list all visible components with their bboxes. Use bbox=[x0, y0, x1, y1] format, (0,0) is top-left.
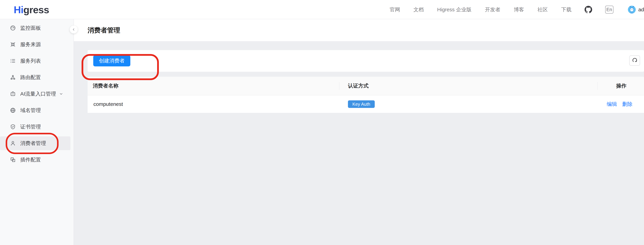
top-header: Higress 官网 文档 Higress 企业版 开发者 博客 社区 下载 E… bbox=[0, 0, 644, 19]
nav-link-developers[interactable]: 开发者 bbox=[485, 6, 500, 13]
toolbar-card: 创建消费者 bbox=[88, 50, 644, 72]
sidebar-item-cert-management[interactable]: 证书管理 bbox=[0, 120, 70, 134]
sidebar-item-route-config[interactable]: 路由配置 bbox=[0, 70, 70, 84]
user-icon bbox=[10, 140, 16, 146]
sidebar: 监控面板 服务来源 服务列表 路由配置 AI流量入口管理 bbox=[0, 19, 74, 245]
sidebar-item-consumer-management[interactable]: 消费者管理 bbox=[0, 136, 70, 150]
blocks-icon bbox=[10, 157, 16, 163]
github-icon[interactable] bbox=[584, 6, 592, 13]
nav-link-blog[interactable]: 博客 bbox=[514, 6, 524, 13]
sidebar-item-dashboard[interactable]: 监控面板 bbox=[0, 21, 70, 35]
sidebar-item-service-sources[interactable]: 服务来源 bbox=[0, 37, 70, 51]
sidebar-item-plugin-config[interactable]: 插件配置 bbox=[0, 153, 70, 167]
sidebar-item-service-list[interactable]: 服务列表 bbox=[0, 54, 70, 68]
sidebar-item-domain-management[interactable]: 域名管理 bbox=[0, 103, 70, 117]
higress-console: Higress 官网 文档 Higress 企业版 开发者 博客 社区 下载 E… bbox=[0, 0, 644, 245]
brand-logo-i: i bbox=[21, 4, 23, 15]
cell-actions: 编辑 删除 bbox=[597, 95, 644, 113]
shield-check-icon bbox=[10, 124, 16, 130]
mascot-avatar-icon bbox=[628, 6, 636, 13]
user-avatar[interactable] bbox=[628, 6, 636, 13]
delete-link[interactable]: 删除 bbox=[622, 101, 632, 108]
top-nav: 官网 文档 Higress 企业版 开发者 博客 社区 下载 En bbox=[390, 0, 644, 19]
refresh-icon bbox=[632, 58, 638, 63]
sidebar-collapse-button[interactable] bbox=[70, 25, 78, 33]
refresh-button[interactable] bbox=[629, 55, 640, 66]
brand-logo-rest: gress bbox=[23, 4, 49, 15]
sidebar-item-ai-traffic[interactable]: AI流量入口管理 bbox=[0, 87, 70, 101]
shrink-icon bbox=[10, 41, 16, 47]
brand-logo-h: H bbox=[14, 4, 21, 15]
route-nodes-icon bbox=[10, 74, 16, 80]
sidebar-item-label: AI流量入口管理 bbox=[20, 90, 56, 97]
nav-link-enterprise[interactable]: Higress 企业版 bbox=[437, 6, 472, 13]
sidebar-item-label: 域名管理 bbox=[20, 107, 41, 114]
column-header-actions: 操作 bbox=[597, 77, 644, 95]
sidebar-item-label: 监控面板 bbox=[20, 24, 41, 31]
list-icon bbox=[10, 58, 16, 64]
table-row: computenest Key Auth 编辑 删除 bbox=[88, 95, 644, 113]
sidebar-item-label: 路由配置 bbox=[20, 74, 41, 81]
sidebar-item-label: 消费者管理 bbox=[20, 140, 46, 147]
sidebar-item-label: 证书管理 bbox=[20, 123, 41, 130]
brand-logo[interactable]: Higress bbox=[14, 0, 49, 19]
dashboard-icon bbox=[10, 25, 16, 31]
sidebar-item-label: 服务列表 bbox=[20, 57, 41, 64]
nav-link-download[interactable]: 下载 bbox=[561, 6, 572, 13]
page-title-band: 消费者管理 bbox=[74, 19, 644, 41]
user-name[interactable]: ad bbox=[638, 7, 644, 12]
robot-icon bbox=[10, 91, 16, 97]
chevron-left-icon bbox=[72, 27, 76, 32]
cell-auth-method: Key Auth bbox=[339, 95, 597, 113]
create-consumer-button[interactable]: 创建消费者 bbox=[93, 55, 130, 66]
nav-link-docs[interactable]: 文档 bbox=[414, 6, 424, 13]
sidebar-item-label: 服务来源 bbox=[20, 41, 41, 48]
consumers-table: 消费者名称 认证方式 操作 computenest Key Auth 编辑 删除 bbox=[88, 77, 644, 113]
main-content: 消费者管理 创建消费者 消费者名称 认证方式 操作 computenest Ke… bbox=[74, 19, 644, 245]
nav-link-community[interactable]: 社区 bbox=[538, 6, 548, 13]
chevron-down-icon bbox=[59, 91, 64, 96]
language-toggle[interactable]: En bbox=[605, 6, 614, 13]
column-header-consumer-name: 消费者名称 bbox=[88, 77, 339, 95]
edit-link[interactable]: 编辑 bbox=[607, 101, 617, 108]
sidebar-item-label: 插件配置 bbox=[20, 156, 41, 163]
column-header-auth-method: 认证方式 bbox=[339, 77, 597, 95]
nav-link-official-site[interactable]: 官网 bbox=[390, 6, 400, 13]
auth-method-badge: Key Auth bbox=[348, 100, 375, 108]
page-title: 消费者管理 bbox=[88, 19, 120, 41]
table-header-row: 消费者名称 认证方式 操作 bbox=[88, 77, 644, 95]
cell-consumer-name: computenest bbox=[88, 95, 339, 113]
globe-icon bbox=[10, 107, 16, 113]
